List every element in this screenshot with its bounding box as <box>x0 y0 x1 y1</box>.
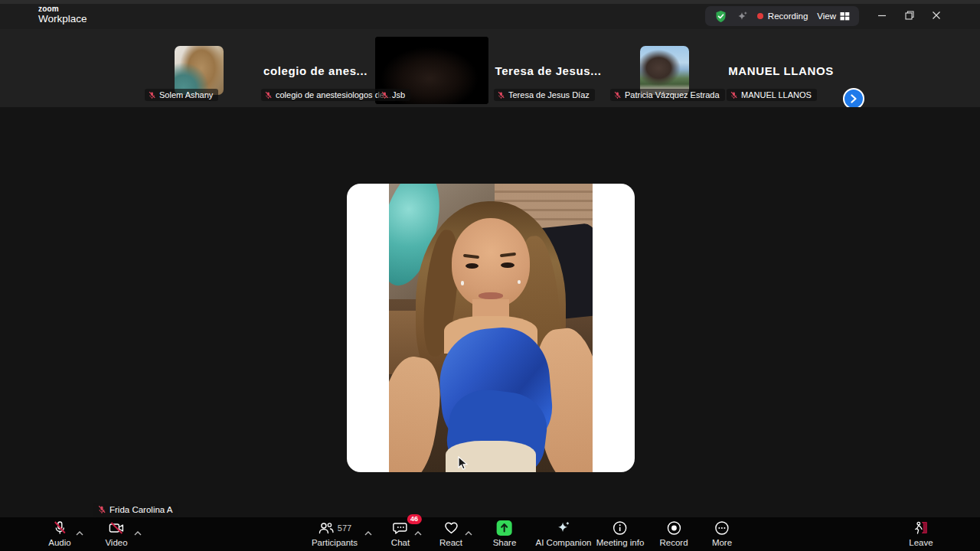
leave-label: Leave <box>909 538 933 547</box>
participant-name-tag: Teresa de Jesus Díaz <box>494 89 595 101</box>
more-ellipsis-icon <box>714 520 730 536</box>
avatar <box>175 46 224 95</box>
mic-muted-icon <box>381 91 389 99</box>
audio-label: Audio <box>48 538 70 547</box>
participant-name: Solem Ashany <box>159 90 213 99</box>
react-label: React <box>439 538 462 547</box>
video-button[interactable]: Video <box>105 520 127 547</box>
participant-name: Teresa de Jesus Díaz <box>508 90 590 99</box>
mic-muted-icon <box>148 91 156 99</box>
window-top-edge <box>0 0 980 4</box>
restore-window-button[interactable] <box>901 8 918 23</box>
logo-line-workplace: Workplace <box>38 14 87 24</box>
participant-name-tag: colegio de anestesiologos de... <box>261 89 397 101</box>
react-options-chevron[interactable] <box>465 525 472 539</box>
sparkle-icon <box>556 520 572 536</box>
more-button[interactable]: More <box>712 520 732 547</box>
video-tile-patricia[interactable]: Patricia Vázquez Estrada <box>608 37 721 104</box>
recording-indicator: Recording <box>757 11 808 21</box>
recording-label: Recording <box>768 11 808 21</box>
mic-muted-icon <box>497 91 505 99</box>
participant-name: Patricia Vázquez Estrada <box>625 90 720 99</box>
video-tile-solem-ashany[interactable]: Solem Ashany <box>142 37 256 104</box>
info-icon <box>612 520 628 536</box>
video-tile-manuel[interactable]: MANUEL LLANOS MANUEL LLANOS <box>724 37 838 104</box>
view-button[interactable]: View <box>817 11 850 21</box>
mic-muted-icon <box>264 91 273 99</box>
video-tile-colegio[interactable]: colegio de anes... colegio de anestesiol… <box>259 37 372 104</box>
share-button[interactable]: Share <box>493 520 517 547</box>
participants-icon <box>318 520 335 536</box>
video-options-chevron[interactable] <box>134 525 142 539</box>
mic-muted-icon <box>52 520 67 536</box>
active-speaker-name-tag: Frida Carolina A <box>93 503 178 517</box>
record-button[interactable]: Record <box>659 520 688 547</box>
participant-name: MANUEL LLANOS <box>741 90 812 99</box>
next-participants-page-button[interactable] <box>843 88 864 109</box>
share-screen-icon <box>497 520 512 536</box>
recording-dot-icon <box>757 13 763 19</box>
participant-name-tag: Solem Ashany <box>145 89 218 101</box>
title-bar: zoom Workplace Recording View <box>0 0 980 29</box>
chat-unread-badge: 46 <box>407 514 421 524</box>
heart-icon <box>443 520 459 536</box>
audio-button[interactable]: Audio <box>48 520 70 547</box>
participants-button[interactable]: 577 Participants <box>312 520 358 547</box>
speaker-photo <box>389 184 593 472</box>
avatar <box>640 46 689 95</box>
participant-name: colegio de anestesiologos de... <box>276 90 391 99</box>
chat-button[interactable]: 46 Chat <box>391 520 410 547</box>
zoom-workplace-logo: zoom Workplace <box>38 5 87 24</box>
active-speaker-name: Frida Carolina A <box>109 505 172 514</box>
participant-name: Jsb <box>392 90 405 99</box>
participants-options-chevron[interactable] <box>364 525 372 539</box>
ai-companion-button[interactable]: AI Companion <box>536 520 592 547</box>
leave-door-icon <box>913 520 929 536</box>
participant-name-tag: Jsb <box>377 89 410 101</box>
mic-muted-icon <box>613 91 622 99</box>
security-shield-icon[interactable] <box>714 10 727 23</box>
active-speaker-video-tile[interactable] <box>347 184 635 472</box>
minimize-button[interactable] <box>874 8 890 23</box>
mic-muted-icon <box>730 91 738 99</box>
record-icon <box>666 520 681 536</box>
participants-label: Participants <box>312 538 358 547</box>
main-stage: Frida Carolina A <box>0 107 980 517</box>
mouse-cursor <box>458 456 469 474</box>
meeting-info-label: Meeting info <box>596 538 645 547</box>
chat-label: Chat <box>391 538 410 547</box>
mic-muted-icon <box>97 505 106 514</box>
logo-line-zoom: zoom <box>38 5 87 14</box>
participant-name-tag: MANUEL LLANOS <box>727 89 817 101</box>
react-button[interactable]: React <box>439 520 462 547</box>
audio-options-chevron[interactable] <box>76 525 83 539</box>
share-label: Share <box>493 538 517 547</box>
video-tile-jsb[interactable]: Jsb <box>375 37 488 104</box>
grid-view-icon <box>840 11 850 21</box>
more-label: More <box>712 538 732 547</box>
meeting-controls-toolbar: Audio Video 577 Participants 46 Chat <box>0 517 980 551</box>
meeting-info-button[interactable]: Meeting info <box>596 520 645 547</box>
chat-options-chevron[interactable] <box>414 525 422 539</box>
chevron-right-icon <box>850 94 858 103</box>
view-label: View <box>817 11 836 21</box>
meeting-status-group: Recording View <box>705 6 859 26</box>
participants-count: 577 <box>338 523 351 533</box>
leave-button[interactable]: Leave <box>909 520 933 547</box>
participants-filmstrip: Solem Ashany colegio de anes... colegio … <box>0 29 980 107</box>
ai-companion-label: AI Companion <box>536 538 592 547</box>
ai-companion-status-icon[interactable] <box>737 11 748 22</box>
video-label: Video <box>105 538 127 547</box>
camera-muted-icon <box>108 520 125 536</box>
record-label: Record <box>659 538 688 547</box>
chat-icon <box>392 520 408 536</box>
participant-name-tag: Patricia Vázquez Estrada <box>610 89 725 101</box>
close-button[interactable] <box>928 8 945 23</box>
video-tile-teresa[interactable]: Teresa de Jesus... Teresa de Jesus Díaz <box>492 37 605 104</box>
